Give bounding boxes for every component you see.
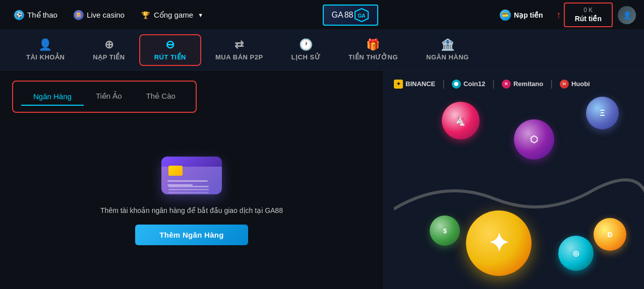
rut-tien-button[interactable]: 0 K Rút tiền <box>564 3 613 28</box>
main-content: Ngân Hàng Tiền Ảo Thẻ Cào Thêm tài khoản… <box>0 70 644 289</box>
bank-icon: 🏦 <box>441 39 455 50</box>
nap-tien-button[interactable]: 💳 Nạp tiền <box>492 6 551 25</box>
sec-nav-label-mua-ban-p2p: MUA BÁN P2P <box>215 53 263 61</box>
tab-the-cao-label: Thẻ Cào <box>146 92 175 100</box>
sec-nav-label-rut-tien: RÚT TIỀN <box>154 53 186 61</box>
nav-label-conggame: Cổng game <box>154 11 193 20</box>
top-nav: ⚽ Thể thao 🎰 Live casino 🏆 Cổng game ▼ G… <box>0 0 644 30</box>
nav-label-livecasino: Live casino <box>87 11 125 19</box>
coin12-icon: ⬤ <box>452 80 461 89</box>
tabs-container: Ngân Hàng Tiền Ảo Thẻ Cào <box>12 81 197 113</box>
chevron-down-icon: ▼ <box>198 12 203 18</box>
separator-2: | <box>492 79 495 89</box>
sec-nav-label-tai-khoan: TÀI KHOẢN <box>26 53 65 61</box>
coin-special: ◎ <box>558 236 594 271</box>
add-bank-button[interactable]: Thêm Ngân Hàng <box>135 225 248 245</box>
add-bank-label: Thêm Ngân Hàng <box>159 231 224 239</box>
coin-matic: ⬡ <box>514 119 554 160</box>
empty-state: Thêm tài khoản ngân hàng để bắt đầu giao… <box>12 123 371 279</box>
binance-label: BINANCE <box>405 80 435 88</box>
brand-binance: ✦ BINANCE <box>394 80 435 89</box>
separator-1: | <box>442 79 445 89</box>
clock-icon: 🕐 <box>299 39 313 50</box>
logo-text-88: 88 <box>344 11 354 20</box>
sec-nav-label-ngan-hang: NGÂN HÀNG <box>426 53 469 61</box>
user-avatar[interactable]: 👤 <box>618 6 636 24</box>
account-icon: 👤 <box>38 39 52 50</box>
sec-nav-label-nap-tien: NẠP TIỀN <box>93 53 125 61</box>
rut-tien-label: Rút tiền <box>575 14 602 23</box>
coin-bnb: ✦ <box>466 210 532 276</box>
right-panel: ✦ BINANCE | ⬤ Coin12 | R Remitano | H Hu… <box>383 70 644 289</box>
minus-icon: ⊖ <box>165 39 175 50</box>
tab-tien-ao-label: Tiền Ảo <box>96 92 122 100</box>
nav-item-livecasino[interactable]: 🎰 Live casino <box>68 6 131 24</box>
tab-the-cao[interactable]: Thẻ Cào <box>134 88 188 106</box>
brand-remitano: R Remitano <box>502 80 543 89</box>
logo-text-ga: GA <box>332 11 343 20</box>
card-line-2 <box>167 184 193 186</box>
exchange-icon: ⇄ <box>235 39 244 50</box>
wavy-line-svg <box>394 169 644 219</box>
nav-right: 💳 Nạp tiền ↑ 0 K Rút tiền 👤 <box>492 3 636 28</box>
svg-text:GA: GA <box>358 13 366 19</box>
nav-item-thethao[interactable]: ⚽ Thể thao <box>8 6 64 24</box>
card-chip <box>168 166 183 176</box>
tab-ngan-hang[interactable]: Ngân Hàng <box>21 88 84 106</box>
sec-nav-ngan-hang[interactable]: 🏦 NGÂN HÀNG <box>412 35 483 65</box>
sec-nav-label-lich-su: LỊCH SỬ <box>291 53 321 61</box>
sec-nav-tai-khoan[interactable]: 👤 TÀI KHOẢN <box>12 35 79 65</box>
nav-label-thethao: Thể thao <box>27 11 57 20</box>
wallet-icon: 💳 <box>500 10 511 21</box>
sec-nav-nap-tien[interactable]: ⊕ NẠP TIỀN <box>79 35 139 65</box>
huobi-icon: H <box>560 80 569 89</box>
nap-tien-label: Nạp tiền <box>514 11 543 19</box>
card-stripe <box>161 157 222 167</box>
coin-doge: Ð <box>594 218 626 251</box>
logo-icon: GA <box>354 8 369 23</box>
separator-3: | <box>550 79 553 89</box>
empty-state-text: Thêm tài khoản ngân hàng để bắt đầu giao… <box>100 206 283 214</box>
crypto-brands: ✦ BINANCE | ⬤ Coin12 | R Remitano | H Hu… <box>394 79 634 89</box>
ball-icon: ⚽ <box>14 10 24 20</box>
nav-item-conggame[interactable]: 🏆 Cổng game ▼ <box>135 6 209 24</box>
bank-card-illustration <box>161 157 222 194</box>
sec-nav-mua-ban-p2p[interactable]: ⇄ MUA BÁN P2P <box>201 35 277 65</box>
card-lines <box>167 180 208 188</box>
secondary-nav: 👤 TÀI KHOẢN ⊕ NẠP TIỀN ⊖ RÚT TIỀN ⇄ MUA … <box>0 30 644 70</box>
balance-display: 0 K <box>583 7 593 15</box>
brand-huobi: H Huobi <box>560 80 590 89</box>
coin-eth: Ξ <box>586 97 619 129</box>
sec-nav-lich-su[interactable]: 🕐 LỊCH SỬ <box>277 35 335 65</box>
brand-coin12: ⬤ Coin12 <box>452 80 485 89</box>
gift-icon: 🎁 <box>366 39 380 50</box>
nav-left: ⚽ Thể thao 🎰 Live casino 🏆 Cổng game ▼ <box>8 6 209 24</box>
huobi-label: Huobi <box>571 80 590 88</box>
logo: GA 88 GA <box>323 5 379 26</box>
coin-green: $ <box>430 215 460 246</box>
bnb-symbol: ✦ <box>488 229 509 258</box>
card-line-1 <box>167 180 208 182</box>
sec-nav-rut-tien[interactable]: ⊖ RÚT TIỀN <box>139 34 201 66</box>
coin12-label: Coin12 <box>463 80 485 88</box>
trophy-icon: 🏆 <box>141 10 151 20</box>
tab-tien-ao[interactable]: Tiền Ảo <box>84 88 134 106</box>
nav-center: GA 88 GA <box>209 5 492 26</box>
casino-icon: 🎰 <box>74 10 84 20</box>
left-panel: Ngân Hàng Tiền Ảo Thẻ Cào Thêm tài khoản… <box>0 70 383 289</box>
sec-nav-label-tien-thuong: TIỀN THƯỞNG <box>348 53 398 61</box>
remitano-icon: R <box>502 80 511 89</box>
tab-ngan-hang-label: Ngân Hàng <box>33 92 72 101</box>
sec-nav-tien-thuong[interactable]: 🎁 TIỀN THƯỞNG <box>334 35 412 65</box>
plus-icon: ⊕ <box>104 39 114 50</box>
crypto-illustration: 🦄 ✦ Ξ ⬡ Ð ◎ $ <box>394 94 634 281</box>
binance-icon: ✦ <box>394 80 403 89</box>
remitano-label: Remitano <box>513 80 543 88</box>
red-arrow-icon: ↑ <box>556 9 561 21</box>
coin-unicorn: 🦄 <box>442 102 480 139</box>
